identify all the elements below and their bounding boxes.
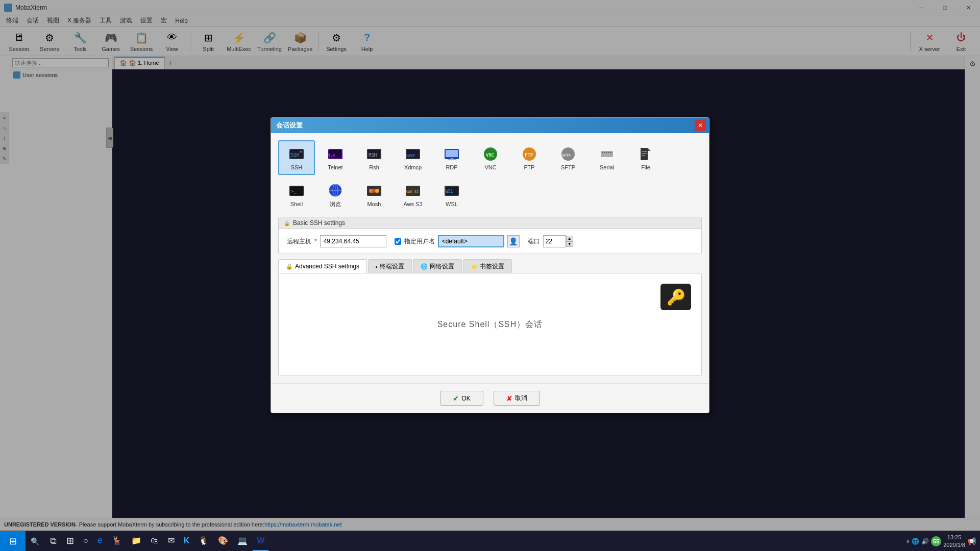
taskbar-app-cortana[interactable]: ○ bbox=[79, 532, 92, 551]
session-type-xdmcp[interactable]: XDMCP Xdmcp bbox=[395, 140, 431, 175]
session-type-vnc[interactable]: VNC VNC bbox=[472, 140, 509, 175]
svg-text:RSH: RSH bbox=[369, 153, 377, 158]
session-type-rdp[interactable]: RDP bbox=[433, 140, 470, 175]
tray-notification[interactable]: 📢 bbox=[967, 537, 976, 545]
browser-icon bbox=[326, 181, 345, 199]
adv-tab-network[interactable]: 🌐 网络设置 bbox=[413, 259, 462, 273]
taskbar-running-apps: ⊞ ○ e 🦌 📁 🛍 ✉ K 🐧 🎨 💻 W bbox=[62, 532, 902, 551]
rdp-icon bbox=[443, 145, 461, 163]
dialog-title: 会话设置 bbox=[276, 121, 303, 130]
taskbar-app-file[interactable]: 📁 bbox=[127, 532, 145, 551]
dialog-body: SSH SSH TLN bbox=[271, 133, 709, 383]
taskbar-app-dev[interactable]: 💻 bbox=[233, 532, 252, 551]
session-type-rsh[interactable]: RSH Rsh bbox=[356, 140, 393, 175]
tray-green-badge[interactable]: 55 bbox=[931, 536, 941, 546]
sftp-icon: SFTP bbox=[559, 145, 577, 163]
adv-tab-ssh[interactable]: 🔒 Advanced SSH settings bbox=[278, 259, 367, 273]
adv-bookmark-label: 书签设置 bbox=[480, 262, 504, 271]
taskbar-app-qq[interactable]: K bbox=[180, 532, 194, 551]
svg-marker-30 bbox=[648, 148, 651, 151]
taskbar-app-mail[interactable]: ✉ bbox=[164, 532, 179, 551]
session-type-browser[interactable]: 浏览 bbox=[317, 177, 354, 212]
taskview-icon[interactable]: ⧉ bbox=[44, 532, 62, 551]
svg-rect-24 bbox=[602, 152, 603, 153]
mosh-icon bbox=[365, 182, 383, 200]
remote-host-label: 远程主机 bbox=[287, 237, 311, 246]
session-type-wsl[interactable]: WSL WSL bbox=[433, 177, 470, 212]
taskbar-app-word[interactable]: W bbox=[253, 532, 268, 551]
session-type-shell[interactable]: >_ Shell bbox=[278, 177, 315, 212]
adv-network-label: 网络设置 bbox=[430, 262, 454, 271]
session-type-file[interactable]: File bbox=[627, 140, 664, 175]
username-input[interactable] bbox=[438, 235, 504, 247]
basic-settings-body: 远程主机 * 指定用户名 👤 端口 bbox=[279, 229, 701, 254]
xdmcp-icon: XDMCP bbox=[404, 145, 422, 163]
shell-label: Shell bbox=[290, 201, 303, 207]
adv-terminal-label: 终端设置 bbox=[380, 262, 404, 271]
dialog-close-btn[interactable]: ✕ bbox=[695, 120, 706, 131]
svg-text:SFTP: SFTP bbox=[562, 154, 571, 158]
session-type-ftp[interactable]: FTP FTP bbox=[511, 140, 548, 175]
rdp-label: RDP bbox=[446, 164, 457, 170]
taskbar-app-color[interactable]: 🎨 bbox=[214, 532, 232, 551]
awss3-label: Aws S3 bbox=[403, 201, 422, 207]
telnet-icon: TLN bbox=[326, 145, 345, 163]
remote-host-input[interactable] bbox=[320, 235, 386, 247]
key-icon-badge: 🔑 bbox=[660, 284, 691, 310]
adv-tab-terminal[interactable]: ▪ 终端设置 bbox=[368, 259, 412, 273]
taskbar-app-ie[interactable]: 🦌 bbox=[108, 532, 126, 551]
svg-rect-26 bbox=[606, 152, 607, 153]
windows-taskbar: ⊞ 🔍 ⧉ ⊞ ○ e 🦌 📁 🛍 ✉ K 🐧 🎨 💻 W ∧ 🌐 🔊 55 bbox=[0, 531, 980, 551]
dialog-footer: ✔ OK ✘ 取消 bbox=[271, 383, 709, 413]
search-button[interactable]: 🔍 bbox=[28, 534, 42, 548]
ssh-icon: SSH bbox=[287, 145, 306, 163]
adv-tab-bookmark[interactable]: ⭐ 书签设置 bbox=[463, 259, 512, 273]
start-button[interactable]: ⊞ bbox=[0, 531, 26, 552]
vnc-icon: VNC bbox=[481, 145, 500, 163]
session-type-mosh[interactable]: Mosh bbox=[356, 177, 393, 212]
svg-text:TLN: TLN bbox=[328, 154, 335, 158]
port-input[interactable] bbox=[543, 235, 566, 247]
svg-rect-16 bbox=[448, 159, 456, 160]
svg-rect-29 bbox=[641, 148, 648, 160]
adv-ssh-icon: 🔒 bbox=[286, 263, 293, 270]
specify-username-checkbox[interactable] bbox=[395, 238, 401, 245]
tray-expand[interactable]: ∧ bbox=[906, 538, 910, 544]
session-type-row: SSH SSH TLN bbox=[278, 140, 702, 212]
session-type-serial[interactable]: Serial bbox=[589, 140, 625, 175]
ssh-label: SSH bbox=[291, 164, 303, 170]
cancel-button[interactable]: ✘ 取消 bbox=[494, 391, 540, 406]
svg-rect-27 bbox=[608, 152, 609, 153]
ok-button[interactable]: ✔ OK bbox=[440, 391, 483, 406]
port-down-btn[interactable]: ▼ bbox=[566, 241, 573, 247]
xdmcp-label: Xdmcp bbox=[404, 164, 422, 170]
svg-text:VNC: VNC bbox=[486, 153, 494, 158]
taskbar-app-store[interactable]: 🛍 bbox=[146, 532, 163, 551]
vnc-label: VNC bbox=[484, 164, 496, 170]
ssh-description: Secure Shell（SSH）会话 bbox=[437, 319, 543, 330]
remote-host-field: 远程主机 * bbox=[287, 235, 386, 247]
session-type-sftp[interactable]: SFTP SFTP bbox=[550, 140, 586, 175]
port-up-btn[interactable]: ▲ bbox=[566, 236, 573, 241]
svg-rect-3 bbox=[300, 151, 302, 153]
tray-network[interactable]: 🌐 bbox=[912, 538, 919, 545]
clock-time: 13:25 bbox=[943, 534, 965, 541]
mosh-label: Mosh bbox=[368, 201, 381, 207]
user-icon-btn[interactable]: 👤 bbox=[507, 235, 520, 247]
advanced-settings-area: 🔒 Advanced SSH settings ▪ 终端设置 🌐 网络设置 bbox=[278, 259, 702, 376]
taskbar-clock[interactable]: 13:25 2020/1/8 bbox=[943, 534, 965, 548]
basic-settings-header: 🔒 Basic SSH settings bbox=[279, 217, 701, 229]
wsl-label: WSL bbox=[446, 201, 458, 207]
taskbar-app-1[interactable]: ⊞ bbox=[62, 532, 78, 551]
session-type-awss3[interactable]: AWS S3 Aws S3 bbox=[395, 177, 431, 212]
serial-label: Serial bbox=[600, 164, 614, 170]
rsh-icon: RSH bbox=[365, 145, 383, 163]
port-label: 端口 bbox=[528, 237, 540, 246]
svg-rect-15 bbox=[451, 158, 453, 159]
session-type-telnet[interactable]: TLN Telnet bbox=[317, 140, 354, 175]
basic-ssh-settings: 🔒 Basic SSH settings 远程主机 * bbox=[278, 217, 702, 254]
taskbar-app-edge[interactable]: e bbox=[93, 532, 107, 551]
taskbar-app-linux[interactable]: 🐧 bbox=[194, 532, 213, 551]
session-type-ssh[interactable]: SSH SSH bbox=[278, 140, 315, 175]
tray-volume[interactable]: 🔊 bbox=[921, 538, 929, 545]
